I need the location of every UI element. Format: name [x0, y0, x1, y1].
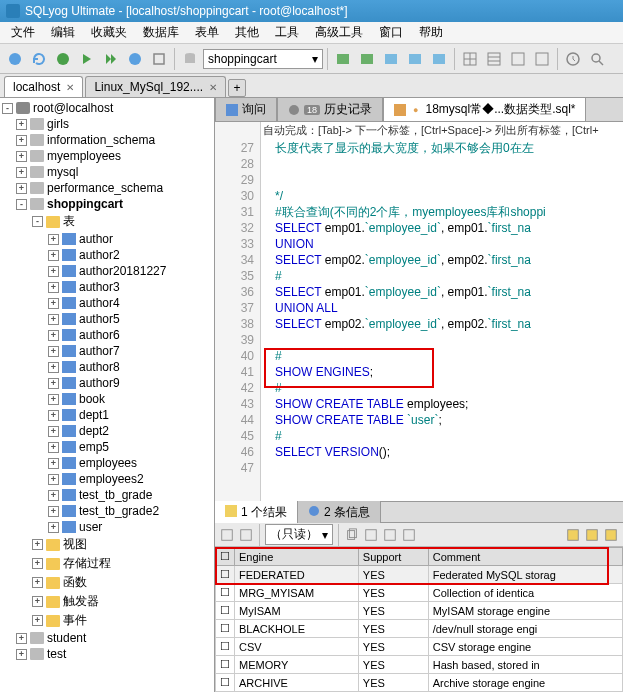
expand-icon[interactable]: +: [48, 442, 59, 453]
editor-tab[interactable]: ●18mysql常◆...数据类型.sql*: [383, 98, 586, 121]
col2-icon[interactable]: [584, 527, 600, 543]
menu-收藏夹[interactable]: 收藏夹: [84, 22, 134, 43]
expand-icon[interactable]: +: [48, 490, 59, 501]
editor-tab[interactable]: 询问: [215, 98, 277, 121]
refresh-icon[interactable]: [28, 48, 50, 70]
tree-table[interactable]: +author3: [0, 279, 214, 295]
format-icon[interactable]: [148, 48, 170, 70]
expand-icon[interactable]: +: [48, 474, 59, 485]
menu-数据库[interactable]: 数据库: [136, 22, 186, 43]
tree-table[interactable]: +author5: [0, 311, 214, 327]
tree-table[interactable]: +author4: [0, 295, 214, 311]
grid-2-icon[interactable]: [483, 48, 505, 70]
tree-db[interactable]: +girls: [0, 116, 214, 132]
menu-表单[interactable]: 表单: [188, 22, 226, 43]
table-row[interactable]: ☐MyISAMYESMyISAM storage engine: [216, 602, 623, 620]
view2-icon[interactable]: [382, 527, 398, 543]
row-checkbox[interactable]: ☐: [216, 656, 235, 674]
table-row[interactable]: ☐MRG_MYISAMYESCollection of identica: [216, 584, 623, 602]
expand-icon[interactable]: +: [48, 266, 59, 277]
expand-icon[interactable]: +: [32, 539, 43, 550]
grid-3-icon[interactable]: [507, 48, 529, 70]
tree-folder[interactable]: +事件: [0, 611, 214, 630]
tree-table[interactable]: +author7: [0, 343, 214, 359]
tree-db[interactable]: +performance_schema: [0, 180, 214, 196]
expand-icon[interactable]: +: [16, 119, 27, 130]
new-conn-icon[interactable]: [4, 48, 26, 70]
tree-table[interactable]: +test_tb_grade: [0, 487, 214, 503]
object-browser[interactable]: -root@localhost+girls+information_schema…: [0, 98, 215, 692]
sql-editor[interactable]: 自动完成：[Tab]-> 下一个标签，[Ctrl+Space]-> 列出所有标签…: [215, 122, 623, 501]
expand-icon[interactable]: +: [32, 615, 43, 626]
expand-icon[interactable]: +: [48, 314, 59, 325]
close-icon[interactable]: ✕: [66, 82, 74, 93]
tree-tables-folder[interactable]: -表: [0, 212, 214, 231]
tree-table[interactable]: +author9: [0, 375, 214, 391]
import-icon[interactable]: [238, 527, 254, 543]
expand-icon[interactable]: +: [16, 135, 27, 146]
tree-folder[interactable]: +触发器: [0, 592, 214, 611]
conn-tab[interactable]: Linux_MySql_192....✕: [85, 76, 226, 97]
row-checkbox[interactable]: ☐: [216, 674, 235, 692]
collapse-icon[interactable]: -: [32, 216, 43, 227]
stop-icon[interactable]: [124, 48, 146, 70]
expand-icon[interactable]: +: [16, 183, 27, 194]
table-row[interactable]: ☐CSVYESCSV storage engine: [216, 638, 623, 656]
find-icon[interactable]: [586, 48, 608, 70]
tool-2-icon[interactable]: [356, 48, 378, 70]
tree-table[interactable]: +book: [0, 391, 214, 407]
table-row[interactable]: ☐ARCHIVEYESArchive storage engine: [216, 674, 623, 692]
expand-icon[interactable]: +: [48, 282, 59, 293]
expand-icon[interactable]: +: [48, 506, 59, 517]
menu-高级工具[interactable]: 高级工具: [308, 22, 370, 43]
tree-table[interactable]: +author8: [0, 359, 214, 375]
expand-icon[interactable]: +: [48, 458, 59, 469]
collapse-icon[interactable]: -: [16, 199, 27, 210]
table-row[interactable]: ☐MEMORYYESHash based, stored in: [216, 656, 623, 674]
grid-1-icon[interactable]: [459, 48, 481, 70]
expand-icon[interactable]: +: [32, 596, 43, 607]
tree-table[interactable]: +author20181227: [0, 263, 214, 279]
tree-table[interactable]: +author6: [0, 327, 214, 343]
expand-icon[interactable]: +: [48, 378, 59, 389]
row-checkbox[interactable]: ☐: [216, 620, 235, 638]
tree-table[interactable]: +author: [0, 231, 214, 247]
expand-icon[interactable]: +: [16, 633, 27, 644]
view3-icon[interactable]: [401, 527, 417, 543]
col1-icon[interactable]: [565, 527, 581, 543]
tree-db[interactable]: -shoppingcart: [0, 196, 214, 212]
tree-db[interactable]: +information_schema: [0, 132, 214, 148]
table-row[interactable]: ☐BLACKHOLEYES/dev/null storage engi: [216, 620, 623, 638]
expand-icon[interactable]: +: [32, 558, 43, 569]
expand-icon[interactable]: +: [48, 362, 59, 373]
tree-folder[interactable]: +函数: [0, 573, 214, 592]
tree-db[interactable]: +student: [0, 630, 214, 646]
row-checkbox[interactable]: ☐: [216, 602, 235, 620]
expand-icon[interactable]: +: [16, 649, 27, 660]
menu-帮助[interactable]: 帮助: [412, 22, 450, 43]
expand-icon[interactable]: +: [48, 298, 59, 309]
expand-icon[interactable]: +: [48, 330, 59, 341]
db-selector[interactable]: shoppingcart ▾: [203, 49, 323, 69]
result-tab[interactable]: 1 个结果: [215, 501, 298, 524]
grid-4-icon[interactable]: [531, 48, 553, 70]
tree-table[interactable]: +employees: [0, 455, 214, 471]
expand-icon[interactable]: +: [16, 151, 27, 162]
tree-table[interactable]: +dept1: [0, 407, 214, 423]
expand-icon[interactable]: +: [48, 394, 59, 405]
collapse-icon[interactable]: -: [2, 103, 13, 114]
tree-folder[interactable]: +视图: [0, 535, 214, 554]
add-tab-button[interactable]: +: [228, 79, 246, 97]
expand-icon[interactable]: +: [48, 250, 59, 261]
tool-3-icon[interactable]: [380, 48, 402, 70]
tree-table[interactable]: +author2: [0, 247, 214, 263]
expand-icon[interactable]: +: [16, 167, 27, 178]
sched-icon[interactable]: [562, 48, 584, 70]
readonly-selector[interactable]: （只读） ▾: [265, 524, 333, 545]
tree-table[interactable]: +dept2: [0, 423, 214, 439]
expand-icon[interactable]: +: [48, 522, 59, 533]
undo-icon[interactable]: [52, 48, 74, 70]
conn-tab[interactable]: localhost✕: [4, 76, 83, 97]
menu-工具[interactable]: 工具: [268, 22, 306, 43]
execute-icon[interactable]: [76, 48, 98, 70]
